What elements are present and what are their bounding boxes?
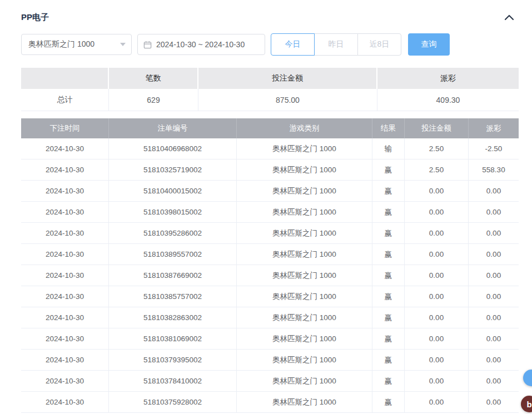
cell-payout: 0.00 xyxy=(469,181,519,201)
cell-bet-amount: 0.00 xyxy=(405,286,469,307)
cell-bet-amount: 2.50 xyxy=(405,138,469,159)
table-row[interactable]: 2024-10-30 51810375928002 奥林匹斯之门 1000 赢 … xyxy=(21,392,519,413)
summary-header-row: 笔数 投注金额 派彩 xyxy=(21,68,519,89)
cell-bet-amount: 0.00 xyxy=(405,244,469,265)
cell-order-number: 51810375928002 xyxy=(109,392,237,412)
table-row[interactable]: 2024-10-30 51810378410002 奥林匹斯之门 1000 赢 … xyxy=(21,371,519,392)
cell-payout: 0.00 xyxy=(469,392,519,412)
table-row[interactable]: 2024-10-30 51810379395002 奥林匹斯之门 1000 赢 … xyxy=(21,350,519,371)
cell-game-category: 奥林匹斯之门 1000 xyxy=(237,244,372,265)
cell-payout: 0.00 xyxy=(469,307,519,328)
cell-payout: 0.00 xyxy=(469,223,519,243)
cell-order-number: 51810400015002 xyxy=(109,181,237,201)
cell-bet-time: 2024-10-30 xyxy=(21,307,109,328)
cell-bet-time: 2024-10-30 xyxy=(21,159,109,180)
cell-result: 赢 xyxy=(372,307,405,328)
header-bet-time: 下注时间 xyxy=(21,118,109,138)
cell-result: 赢 xyxy=(372,328,405,349)
floating-brand-label: b xyxy=(526,400,531,409)
game-select[interactable]: 奥林匹斯之门 1000 xyxy=(21,34,132,55)
cell-order-number: 51810395286002 xyxy=(109,223,237,243)
last-8-days-button[interactable]: 近8日 xyxy=(357,33,401,56)
table-row[interactable]: 2024-10-30 51810400015002 奥林匹斯之门 1000 赢 … xyxy=(21,181,519,202)
chevron-down-icon xyxy=(120,43,126,46)
search-button[interactable]: 查询 xyxy=(408,33,450,56)
cell-order-number: 51810389557002 xyxy=(109,244,237,265)
calendar-icon xyxy=(143,41,152,49)
cell-game-category: 奥林匹斯之门 1000 xyxy=(237,328,372,349)
cell-game-category: 奥林匹斯之门 1000 xyxy=(237,138,372,159)
summary-total-row: 总计 629 875.00 409.30 xyxy=(21,89,519,111)
today-button[interactable]: 今日 xyxy=(271,33,315,56)
header-payout: 派彩 xyxy=(469,118,519,138)
cell-bet-amount: 2.50 xyxy=(405,159,469,180)
cell-bet-amount: 0.00 xyxy=(405,202,469,222)
cell-bet-time: 2024-10-30 xyxy=(21,202,109,222)
cell-payout: 0.00 xyxy=(469,286,519,307)
table-row[interactable]: 2024-10-30 51810389557002 奥林匹斯之门 1000 赢 … xyxy=(21,244,519,265)
cell-order-number: 51810385757002 xyxy=(109,286,237,307)
cell-result: 赢 xyxy=(372,244,405,265)
cell-payout: 0.00 xyxy=(469,244,519,265)
table-row[interactable]: 2024-10-30 51810395286002 奥林匹斯之门 1000 赢 … xyxy=(21,223,519,244)
bet-records-table: 下注时间 注单编号 游戏类别 结果 投注金额 派彩 2024-10-30 518… xyxy=(21,118,519,413)
cell-result: 赢 xyxy=(372,392,405,412)
cell-bet-amount: 0.00 xyxy=(405,371,469,391)
cell-bet-time: 2024-10-30 xyxy=(21,138,109,159)
floating-brand-button[interactable]: b xyxy=(521,396,532,412)
cell-bet-amount: 0.00 xyxy=(405,328,469,349)
summary-header-empty xyxy=(21,68,109,89)
cell-bet-time: 2024-10-30 xyxy=(21,350,109,370)
cell-game-category: 奥林匹斯之门 1000 xyxy=(237,223,372,243)
cell-result: 赢 xyxy=(372,371,405,391)
header-result: 结果 xyxy=(372,118,405,138)
table-row[interactable]: 2024-10-30 51810325719002 奥林匹斯之门 1000 赢 … xyxy=(21,159,519,181)
cell-result: 赢 xyxy=(372,286,405,307)
page-title: PP电子 xyxy=(21,12,49,23)
cell-payout: 0.00 xyxy=(469,202,519,222)
cell-result: 赢 xyxy=(372,265,405,286)
summary-header-payout: 派彩 xyxy=(377,68,519,89)
cell-payout: 0.00 xyxy=(469,371,519,391)
floating-service-button[interactable] xyxy=(523,370,532,386)
cell-bet-time: 2024-10-30 xyxy=(21,244,109,265)
cell-game-category: 奥林匹斯之门 1000 xyxy=(237,181,372,201)
cell-result: 赢 xyxy=(372,202,405,222)
cell-bet-time: 2024-10-30 xyxy=(21,328,109,349)
cell-game-category: 奥林匹斯之门 1000 xyxy=(237,371,372,391)
table-row[interactable]: 2024-10-30 51810385757002 奥林匹斯之门 1000 赢 … xyxy=(21,286,519,307)
table-row[interactable]: 2024-10-30 51810398015002 奥林匹斯之门 1000 赢 … xyxy=(21,202,519,223)
cell-order-number: 51810378410002 xyxy=(109,371,237,391)
date-range-value: 2024-10-30 ~ 2024-10-30 xyxy=(156,40,245,49)
date-range-picker[interactable]: 2024-10-30 ~ 2024-10-30 xyxy=(137,34,265,55)
cell-order-number: 51810379395002 xyxy=(109,350,237,370)
cell-bet-amount: 0.00 xyxy=(405,223,469,243)
cell-payout: -2.50 xyxy=(469,138,519,159)
cell-result: 输 xyxy=(372,138,405,159)
table-row[interactable]: 2024-10-30 51810382863002 奥林匹斯之门 1000 赢 … xyxy=(21,307,519,328)
bet-table-body: 2024-10-30 51810406968002 奥林匹斯之门 1000 输 … xyxy=(21,138,519,413)
header-game-category: 游戏类别 xyxy=(237,118,372,138)
cell-bet-time: 2024-10-30 xyxy=(21,223,109,243)
yesterday-button[interactable]: 昨日 xyxy=(314,33,358,56)
cell-bet-amount: 0.00 xyxy=(405,265,469,286)
cell-result: 赢 xyxy=(372,223,405,243)
summary-table: 笔数 投注金额 派彩 总计 629 875.00 409.30 xyxy=(21,68,519,111)
bet-table-header-row: 下注时间 注单编号 游戏类别 结果 投注金额 派彩 xyxy=(21,118,519,138)
table-row[interactable]: 2024-10-30 51810406968002 奥林匹斯之门 1000 输 … xyxy=(21,138,519,159)
table-row[interactable]: 2024-10-30 51810387669002 奥林匹斯之门 1000 赢 … xyxy=(21,265,519,286)
header-bet-amount: 投注金额 xyxy=(405,118,469,138)
table-row[interactable]: 2024-10-30 51810381069002 奥林匹斯之门 1000 赢 … xyxy=(21,328,519,350)
summary-total-payout: 409.30 xyxy=(377,89,519,111)
summary-header-count: 笔数 xyxy=(109,68,198,89)
cell-game-category: 奥林匹斯之门 1000 xyxy=(237,202,372,222)
cell-payout: 0.00 xyxy=(469,350,519,370)
cell-order-number: 51810398015002 xyxy=(109,202,237,222)
cell-game-category: 奥林匹斯之门 1000 xyxy=(237,286,372,307)
summary-total-label: 总计 xyxy=(21,89,109,111)
cell-bet-time: 2024-10-30 xyxy=(21,392,109,412)
collapse-panel-button[interactable] xyxy=(504,14,514,21)
game-select-value: 奥林匹斯之门 1000 xyxy=(28,39,95,49)
panel-header: PP电子 xyxy=(21,8,519,27)
cell-game-category: 奥林匹斯之门 1000 xyxy=(237,392,372,412)
